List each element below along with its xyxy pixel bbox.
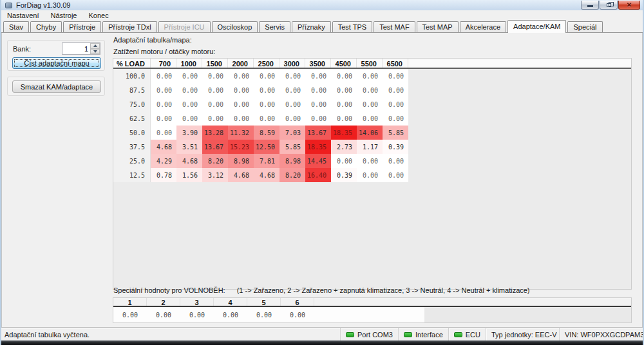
map-cell[interactable]: 0.00 [331, 83, 357, 97]
map-cell[interactable]: 8.98 [279, 154, 305, 168]
map-cell[interactable]: 0.00 [254, 97, 279, 111]
menu-item-konec[interactable]: Konec [83, 11, 115, 20]
tab-chyby[interactable]: Chyby [30, 21, 62, 32]
map-cell[interactable]: 8.20 [279, 168, 305, 182]
map-cell[interactable]: 0.00 [151, 69, 176, 83]
map-cell[interactable]: 0.00 [254, 111, 279, 126]
map-cell[interactable]: 0.00 [383, 83, 408, 97]
map-cell[interactable]: 0.00 [279, 69, 305, 83]
map-cell[interactable]: 0.00 [305, 97, 331, 111]
map-cell[interactable]: 12.50 [254, 140, 279, 154]
clear-kam-button[interactable]: Smazat KAM/adaptace [12, 80, 101, 93]
map-cell[interactable]: 4.68 [254, 168, 279, 182]
menu-item-nastroje[interactable]: Nástroje [45, 11, 83, 20]
map-cell[interactable]: 0.00 [279, 111, 305, 126]
map-cell[interactable]: 0.00 [305, 83, 331, 97]
map-cell[interactable]: 11.32 [228, 126, 254, 140]
map-cell[interactable]: 13.28 [202, 126, 228, 140]
idle-cell[interactable]: 0.00 [247, 307, 281, 322]
idle-cell[interactable]: 0.00 [147, 307, 180, 322]
map-cell[interactable]: 0.00 [383, 69, 408, 83]
close-button[interactable]: ✕ [618, 1, 640, 10]
map-cell[interactable]: 0.00 [305, 69, 331, 83]
map-cell[interactable]: 0.00 [176, 83, 202, 97]
map-cell[interactable]: 0.00 [151, 111, 176, 126]
map-cell[interactable]: 1.17 [357, 140, 383, 154]
map-cell[interactable]: 0.78 [151, 168, 176, 182]
map-cell[interactable]: 13.67 [202, 140, 228, 154]
map-cell[interactable]: 13.67 [305, 126, 331, 140]
map-cell[interactable]: 0.00 [357, 168, 383, 182]
map-cell[interactable]: 0.00 [202, 111, 228, 126]
map-cell[interactable]: 0.00 [357, 111, 383, 126]
map-cell[interactable]: 8.98 [228, 154, 254, 168]
map-cell[interactable]: 0.00 [228, 69, 254, 83]
tab-adaptace-kam[interactable]: Adaptace/KAM [507, 20, 566, 33]
map-cell[interactable]: 7.81 [254, 154, 279, 168]
map-cell[interactable]: 4.68 [151, 140, 176, 154]
map-cell[interactable]: 0.00 [331, 97, 357, 111]
tab-test-map[interactable]: Test MAP [417, 21, 459, 32]
map-cell[interactable]: 0.00 [331, 111, 357, 126]
map-cell[interactable]: 0.00 [254, 69, 279, 83]
map-cell[interactable]: 7.03 [279, 126, 305, 140]
map-cell[interactable]: 0.00 [254, 83, 279, 97]
map-cell[interactable]: 5.85 [279, 140, 305, 154]
map-cell[interactable]: 3.12 [202, 168, 228, 182]
map-cell[interactable]: 15.23 [228, 140, 254, 154]
map-cell[interactable]: 14.45 [305, 154, 331, 168]
idle-cell[interactable]: 0.00 [113, 307, 147, 322]
map-cell[interactable]: 0.00 [202, 83, 228, 97]
spin-up-button[interactable] [90, 43, 100, 49]
idle-cell[interactable]: 0.00 [180, 307, 214, 322]
tab-test-maf[interactable]: Test MAF [374, 21, 415, 32]
map-cell[interactable]: 18.35 [331, 126, 357, 140]
map-cell[interactable]: 0.00 [357, 83, 383, 97]
map-cell[interactable]: 0.00 [228, 111, 254, 126]
tab-pristroje[interactable]: Přístroje [63, 21, 101, 32]
map-cell[interactable]: 8.59 [254, 126, 279, 140]
map-cell[interactable]: 0.00 [228, 97, 254, 111]
map-cell[interactable]: 0.00 [202, 69, 228, 83]
map-cell[interactable]: 16.40 [305, 168, 331, 182]
restore-button[interactable] [600, 1, 618, 10]
menu-item-nastaveni[interactable]: Nastavení [1, 11, 45, 20]
map-cell[interactable]: 0.00 [176, 111, 202, 126]
map-cell[interactable]: 0.00 [305, 111, 331, 126]
map-cell[interactable]: 0.39 [331, 168, 357, 182]
map-cell[interactable]: 0.00 [151, 126, 176, 140]
map-cell[interactable]: 0.00 [383, 97, 408, 111]
map-cell[interactable]: 0.00 [202, 97, 228, 111]
map-cell[interactable]: 0.00 [151, 83, 176, 97]
map-cell[interactable]: 14.06 [357, 126, 383, 140]
map-cell[interactable]: 3.90 [176, 126, 202, 140]
tab-priznaky[interactable]: Příznaky [292, 21, 331, 32]
map-cell[interactable]: 4.68 [176, 154, 202, 168]
spin-down-button[interactable] [90, 49, 100, 55]
idle-cell[interactable]: 0.00 [214, 307, 247, 322]
bank-spinner[interactable]: 1 [62, 42, 100, 55]
tab-special[interactable]: Speciál [567, 21, 602, 32]
map-cell[interactable]: 5.85 [383, 126, 408, 140]
map-cell[interactable]: 1.56 [176, 168, 202, 182]
tab-osciloskop[interactable]: Osciloskop [212, 21, 258, 32]
map-cell[interactable]: 4.68 [228, 168, 254, 182]
map-cell[interactable]: 8.20 [202, 154, 228, 168]
map-cell[interactable]: 0.00 [279, 83, 305, 97]
taskbar[interactable] [1, 340, 643, 345]
minimize-button[interactable] [581, 1, 599, 10]
map-cell[interactable]: 0.00 [383, 154, 408, 168]
map-cell[interactable]: 0.00 [357, 97, 383, 111]
map-cell[interactable]: 2.73 [331, 140, 357, 154]
map-cell[interactable]: 0.00 [228, 83, 254, 97]
map-cell[interactable]: 0.00 [357, 154, 383, 168]
tab-pristroje-tdxl[interactable]: Přístroje TDxl [102, 21, 156, 32]
map-cell[interactable]: 18.35 [305, 140, 331, 154]
read-adaptation-map-button[interactable]: Číst adaptační mapu [12, 57, 101, 69]
tab-stav[interactable]: Stav [3, 21, 29, 32]
map-cell[interactable]: 0.00 [331, 154, 357, 168]
map-cell[interactable]: 3.51 [176, 140, 202, 154]
idle-cell[interactable]: 0.00 [281, 307, 314, 322]
map-cell[interactable]: 0.00 [331, 69, 357, 83]
map-cell[interactable]: 0.00 [357, 69, 383, 83]
